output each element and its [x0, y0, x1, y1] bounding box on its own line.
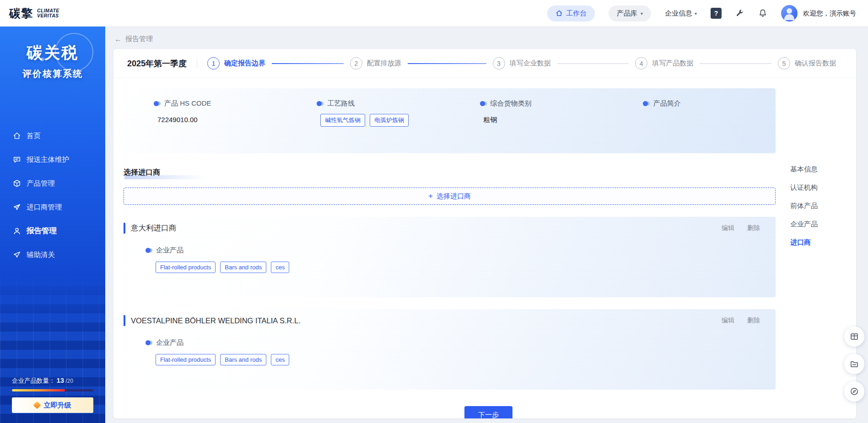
quota-progress-fill	[12, 389, 65, 391]
upgrade-button[interactable]: 立即升级	[12, 397, 93, 413]
avatar[interactable]	[781, 5, 798, 21]
delete-importer-link[interactable]: 删除	[747, 316, 760, 325]
stepper: 1 确定报告边界 2 配置排放源 3 填写企业数据	[207, 57, 842, 70]
compass-icon	[850, 387, 859, 396]
company-info-dropdown[interactable]: 企业信息 ▾	[665, 9, 697, 18]
product-library-dropdown[interactable]: 产品库 ▾	[609, 5, 651, 21]
edit-importer-link[interactable]: 编辑	[722, 316, 734, 325]
hs-code-value: 72249010.00	[157, 116, 286, 123]
user-icon	[13, 227, 21, 235]
brand-logo-subtext: CLIMATE VERITAS	[37, 8, 59, 18]
report-card-header: 2025年第一季度 1 确定报告边界 2 配置排放源 3	[113, 49, 856, 78]
welcome-text: 欢迎您，演示账号	[803, 9, 856, 18]
breadcrumb-label[interactable]: 报告管理	[125, 35, 153, 43]
bullet-icon	[643, 101, 650, 107]
quota-progress-bar	[12, 389, 93, 391]
back-arrow-icon[interactable]: ←	[114, 35, 122, 43]
chevron-down-icon: ▾	[641, 11, 643, 16]
bullet-icon	[317, 101, 323, 107]
anchor-item-company-products[interactable]: 企业产品	[790, 220, 818, 228]
step-connector	[408, 63, 486, 64]
sidebar-menu: 首页 报送主体维护 产品管理 进口商管理 报告管理 辅助清关	[0, 124, 105, 267]
divider	[197, 59, 197, 68]
company-product-tags: Flat-rolled products Bars and rods ces	[156, 262, 776, 273]
sidebar-item-home[interactable]: 首页	[0, 124, 105, 148]
product-tag: ces	[271, 262, 289, 273]
cube-icon	[13, 179, 21, 187]
home-icon	[13, 132, 21, 140]
product-tag: Bars and rods	[220, 354, 266, 365]
brand-logo: 碳擎 CLIMATE VERITAS	[0, 6, 105, 21]
step-connector	[700, 63, 771, 64]
anchor-item-basic-info[interactable]: 基本信息	[790, 165, 818, 173]
company-product-tags: Flat-rolled products Bars and rods ces	[156, 354, 776, 365]
notifications-button[interactable]	[758, 9, 767, 18]
sidebar-item-importer-management[interactable]: 进口商管理	[0, 195, 105, 219]
product-tag: Flat-rolled products	[156, 262, 216, 273]
compass-button[interactable]	[844, 381, 864, 402]
company-products-label: 企业产品	[156, 246, 183, 255]
add-importer-button[interactable]: + 选择进口商	[124, 187, 776, 205]
anchor-item-precursor-products[interactable]: 前体产品	[790, 202, 818, 210]
send-icon	[13, 203, 21, 211]
step-3-company-data[interactable]: 3 填写企业数据	[493, 57, 636, 70]
step-2-emission-sources[interactable]: 2 配置排放源	[350, 57, 493, 70]
report-card: 2025年第一季度 1 确定报告边界 2 配置排放源 3	[113, 49, 856, 418]
edit-importer-link[interactable]: 编辑	[722, 224, 734, 232]
comment-icon	[13, 155, 21, 164]
importer-card: 意大利进口商 编辑 删除 企业产品	[124, 217, 776, 297]
importer-name: VOESTALPINE BÖHLER WELDING ITALIA S.R.L.	[131, 316, 301, 325]
sidebar-item-product-management[interactable]: 产品管理	[0, 171, 105, 195]
main-content: ← 报告管理 2025年第一季度 1 确定报告边界 2 配置排放源	[105, 27, 868, 423]
floating-toolbar	[844, 327, 864, 402]
sidebar: 碳关税 评价核算系统 首页 报送主体维护 产品管理 进口商管理 报告管理	[0, 27, 105, 423]
anchor-nav: 基本信息 认证机构 前体产品 企业产品 进口商	[790, 165, 818, 246]
step-5-confirm-data[interactable]: 5 确认报告数据	[778, 57, 842, 70]
anchor-item-importer[interactable]: 进口商	[790, 238, 818, 246]
header-actions: 工作台 产品库 ▾ 企业信息 ▾ ? 欢迎您，演示账号	[547, 5, 868, 21]
breadcrumb: ← 报告管理	[114, 35, 856, 43]
archive-button[interactable]	[844, 354, 864, 374]
goods-category-value: 粗钢	[484, 116, 613, 124]
step-4-product-data[interactable]: 4 填写产品数据	[635, 57, 778, 70]
company-products-label: 企业产品	[156, 338, 183, 347]
report-period: 2025年第一季度	[127, 58, 187, 69]
next-button-row: 下一步	[124, 406, 853, 418]
quota-text: 企业产品数量： 13 /20	[12, 376, 93, 385]
handbook-icon	[850, 332, 859, 341]
system-title: 碳关税 评价核算系统	[0, 27, 105, 80]
home-icon	[555, 10, 563, 17]
help-button[interactable]: ?	[711, 8, 722, 19]
report-content: 产品 HS CODE 72249010.00 工艺路线 碱性氧气炼钢	[124, 88, 776, 418]
importer-card: VOESTALPINE BÖHLER WELDING ITALIA S.R.L.…	[124, 309, 776, 390]
help-icon: ?	[711, 8, 722, 19]
step-1-define-boundary[interactable]: 1 确定报告边界	[207, 57, 350, 70]
product-tag: ces	[271, 354, 289, 365]
importer-section-title: 选择进口商	[124, 168, 160, 177]
wrench-icon	[735, 9, 744, 18]
plus-icon: +	[428, 192, 433, 201]
sidebar-item-report-management[interactable]: 报告管理	[0, 219, 105, 243]
step-connector	[272, 63, 344, 64]
gem-icon	[33, 402, 41, 409]
sidebar-item-customs-assist[interactable]: 辅助清关	[0, 243, 105, 267]
report-card-body: 产品 HS CODE 72249010.00 工艺路线 碱性氧气炼钢	[113, 78, 856, 418]
workbench-button[interactable]: 工作台	[547, 5, 595, 21]
delete-importer-link[interactable]: 删除	[747, 224, 760, 232]
product-tag: Bars and rods	[220, 262, 266, 273]
importer-name: 意大利进口商	[131, 223, 176, 233]
next-step-button[interactable]: 下一步	[464, 406, 512, 418]
app-root: 碳擎 CLIMATE VERITAS 工作台 产品库 ▾ 企业信息 ▾ ?	[0, 0, 868, 423]
field-hs-code: 产品 HS CODE 72249010.00	[124, 99, 286, 153]
clearance-icon	[13, 251, 21, 259]
anchor-item-cert-org[interactable]: 认证机构	[790, 183, 818, 192]
handbook-button[interactable]	[844, 327, 864, 347]
sidebar-item-reporting-entity[interactable]: 报送主体维护	[0, 148, 105, 171]
field-process-route: 工艺路线 碱性氧气炼钢 电弧炉炼钢	[286, 99, 449, 153]
product-tag: Flat-rolled products	[156, 354, 216, 365]
process-tag: 碱性氧气炼钢	[320, 114, 365, 127]
bell-icon	[758, 9, 767, 18]
product-summary-panel: 产品 HS CODE 72249010.00 工艺路线 碱性氧气炼钢	[124, 88, 776, 153]
tools-button[interactable]	[735, 9, 744, 18]
sidebar-quota-block: 企业产品数量： 13 /20 立即升级	[12, 376, 93, 413]
